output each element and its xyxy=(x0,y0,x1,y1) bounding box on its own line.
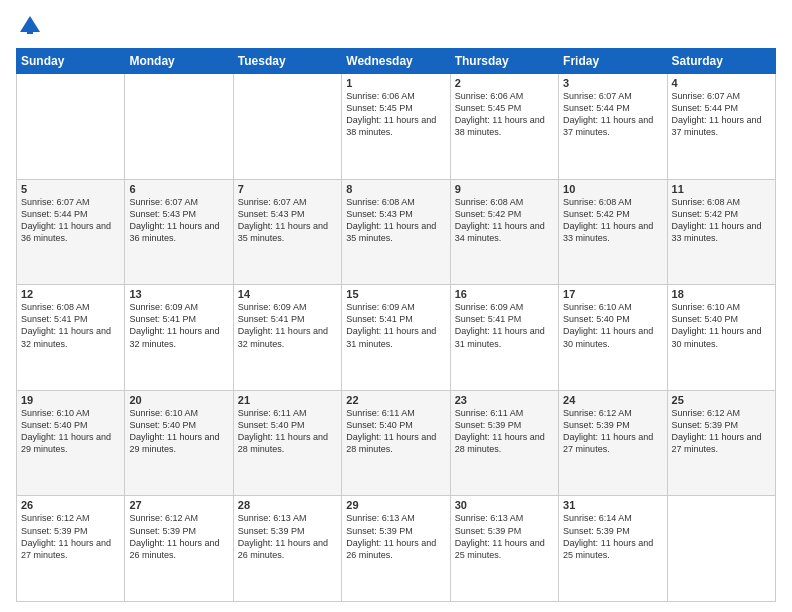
calendar-cell: 28Sunrise: 6:13 AM Sunset: 5:39 PM Dayli… xyxy=(233,496,341,602)
calendar-cell: 24Sunrise: 6:12 AM Sunset: 5:39 PM Dayli… xyxy=(559,390,667,496)
day-number: 23 xyxy=(455,394,554,406)
day-number: 2 xyxy=(455,77,554,89)
calendar-cell: 31Sunrise: 6:14 AM Sunset: 5:39 PM Dayli… xyxy=(559,496,667,602)
weekday-header-monday: Monday xyxy=(125,49,233,74)
calendar-cell: 13Sunrise: 6:09 AM Sunset: 5:41 PM Dayli… xyxy=(125,285,233,391)
day-info: Sunrise: 6:08 AM Sunset: 5:43 PM Dayligh… xyxy=(346,196,445,245)
day-number: 26 xyxy=(21,499,120,511)
calendar-cell: 25Sunrise: 6:12 AM Sunset: 5:39 PM Dayli… xyxy=(667,390,775,496)
svg-rect-1 xyxy=(27,28,33,34)
calendar-cell: 14Sunrise: 6:09 AM Sunset: 5:41 PM Dayli… xyxy=(233,285,341,391)
day-info: Sunrise: 6:07 AM Sunset: 5:44 PM Dayligh… xyxy=(563,90,662,139)
day-number: 25 xyxy=(672,394,771,406)
day-info: Sunrise: 6:13 AM Sunset: 5:39 PM Dayligh… xyxy=(455,512,554,561)
logo-icon xyxy=(16,12,44,40)
day-info: Sunrise: 6:12 AM Sunset: 5:39 PM Dayligh… xyxy=(129,512,228,561)
calendar-cell: 18Sunrise: 6:10 AM Sunset: 5:40 PM Dayli… xyxy=(667,285,775,391)
calendar-cell: 2Sunrise: 6:06 AM Sunset: 5:45 PM Daylig… xyxy=(450,74,558,180)
calendar-cell: 16Sunrise: 6:09 AM Sunset: 5:41 PM Dayli… xyxy=(450,285,558,391)
day-number: 30 xyxy=(455,499,554,511)
day-info: Sunrise: 6:09 AM Sunset: 5:41 PM Dayligh… xyxy=(346,301,445,350)
weekday-header-tuesday: Tuesday xyxy=(233,49,341,74)
day-number: 11 xyxy=(672,183,771,195)
day-info: Sunrise: 6:11 AM Sunset: 5:40 PM Dayligh… xyxy=(238,407,337,456)
day-number: 27 xyxy=(129,499,228,511)
day-number: 14 xyxy=(238,288,337,300)
day-info: Sunrise: 6:13 AM Sunset: 5:39 PM Dayligh… xyxy=(238,512,337,561)
day-number: 3 xyxy=(563,77,662,89)
calendar-cell: 9Sunrise: 6:08 AM Sunset: 5:42 PM Daylig… xyxy=(450,179,558,285)
day-number: 1 xyxy=(346,77,445,89)
week-row-5: 26Sunrise: 6:12 AM Sunset: 5:39 PM Dayli… xyxy=(17,496,776,602)
calendar-cell: 15Sunrise: 6:09 AM Sunset: 5:41 PM Dayli… xyxy=(342,285,450,391)
day-info: Sunrise: 6:11 AM Sunset: 5:39 PM Dayligh… xyxy=(455,407,554,456)
day-number: 20 xyxy=(129,394,228,406)
calendar-cell: 3Sunrise: 6:07 AM Sunset: 5:44 PM Daylig… xyxy=(559,74,667,180)
day-number: 21 xyxy=(238,394,337,406)
day-info: Sunrise: 6:11 AM Sunset: 5:40 PM Dayligh… xyxy=(346,407,445,456)
day-info: Sunrise: 6:08 AM Sunset: 5:41 PM Dayligh… xyxy=(21,301,120,350)
day-number: 31 xyxy=(563,499,662,511)
day-info: Sunrise: 6:08 AM Sunset: 5:42 PM Dayligh… xyxy=(563,196,662,245)
calendar-table: SundayMondayTuesdayWednesdayThursdayFrid… xyxy=(16,48,776,602)
day-info: Sunrise: 6:07 AM Sunset: 5:44 PM Dayligh… xyxy=(672,90,771,139)
page: SundayMondayTuesdayWednesdayThursdayFrid… xyxy=(0,0,792,612)
calendar-cell: 12Sunrise: 6:08 AM Sunset: 5:41 PM Dayli… xyxy=(17,285,125,391)
day-info: Sunrise: 6:09 AM Sunset: 5:41 PM Dayligh… xyxy=(129,301,228,350)
day-info: Sunrise: 6:12 AM Sunset: 5:39 PM Dayligh… xyxy=(672,407,771,456)
calendar-cell xyxy=(667,496,775,602)
day-info: Sunrise: 6:07 AM Sunset: 5:43 PM Dayligh… xyxy=(238,196,337,245)
day-number: 28 xyxy=(238,499,337,511)
calendar-cell: 20Sunrise: 6:10 AM Sunset: 5:40 PM Dayli… xyxy=(125,390,233,496)
day-number: 5 xyxy=(21,183,120,195)
day-info: Sunrise: 6:06 AM Sunset: 5:45 PM Dayligh… xyxy=(346,90,445,139)
weekday-header-row: SundayMondayTuesdayWednesdayThursdayFrid… xyxy=(17,49,776,74)
calendar-cell: 1Sunrise: 6:06 AM Sunset: 5:45 PM Daylig… xyxy=(342,74,450,180)
calendar-cell: 8Sunrise: 6:08 AM Sunset: 5:43 PM Daylig… xyxy=(342,179,450,285)
day-number: 19 xyxy=(21,394,120,406)
day-info: Sunrise: 6:08 AM Sunset: 5:42 PM Dayligh… xyxy=(455,196,554,245)
calendar-cell: 29Sunrise: 6:13 AM Sunset: 5:39 PM Dayli… xyxy=(342,496,450,602)
day-number: 16 xyxy=(455,288,554,300)
calendar-cell: 30Sunrise: 6:13 AM Sunset: 5:39 PM Dayli… xyxy=(450,496,558,602)
week-row-2: 5Sunrise: 6:07 AM Sunset: 5:44 PM Daylig… xyxy=(17,179,776,285)
logo xyxy=(16,12,48,40)
day-info: Sunrise: 6:10 AM Sunset: 5:40 PM Dayligh… xyxy=(21,407,120,456)
calendar-cell: 19Sunrise: 6:10 AM Sunset: 5:40 PM Dayli… xyxy=(17,390,125,496)
calendar-cell xyxy=(17,74,125,180)
calendar-cell: 26Sunrise: 6:12 AM Sunset: 5:39 PM Dayli… xyxy=(17,496,125,602)
day-number: 8 xyxy=(346,183,445,195)
weekday-header-saturday: Saturday xyxy=(667,49,775,74)
day-number: 24 xyxy=(563,394,662,406)
week-row-4: 19Sunrise: 6:10 AM Sunset: 5:40 PM Dayli… xyxy=(17,390,776,496)
weekday-header-sunday: Sunday xyxy=(17,49,125,74)
day-info: Sunrise: 6:14 AM Sunset: 5:39 PM Dayligh… xyxy=(563,512,662,561)
calendar-cell: 7Sunrise: 6:07 AM Sunset: 5:43 PM Daylig… xyxy=(233,179,341,285)
day-number: 29 xyxy=(346,499,445,511)
calendar-cell: 5Sunrise: 6:07 AM Sunset: 5:44 PM Daylig… xyxy=(17,179,125,285)
day-number: 7 xyxy=(238,183,337,195)
day-number: 9 xyxy=(455,183,554,195)
calendar-cell: 10Sunrise: 6:08 AM Sunset: 5:42 PM Dayli… xyxy=(559,179,667,285)
day-info: Sunrise: 6:10 AM Sunset: 5:40 PM Dayligh… xyxy=(129,407,228,456)
day-info: Sunrise: 6:08 AM Sunset: 5:42 PM Dayligh… xyxy=(672,196,771,245)
weekday-header-wednesday: Wednesday xyxy=(342,49,450,74)
day-info: Sunrise: 6:10 AM Sunset: 5:40 PM Dayligh… xyxy=(563,301,662,350)
calendar-cell: 22Sunrise: 6:11 AM Sunset: 5:40 PM Dayli… xyxy=(342,390,450,496)
day-info: Sunrise: 6:09 AM Sunset: 5:41 PM Dayligh… xyxy=(455,301,554,350)
day-number: 13 xyxy=(129,288,228,300)
day-number: 6 xyxy=(129,183,228,195)
weekday-header-thursday: Thursday xyxy=(450,49,558,74)
calendar-cell: 27Sunrise: 6:12 AM Sunset: 5:39 PM Dayli… xyxy=(125,496,233,602)
day-number: 15 xyxy=(346,288,445,300)
calendar-cell: 4Sunrise: 6:07 AM Sunset: 5:44 PM Daylig… xyxy=(667,74,775,180)
day-info: Sunrise: 6:12 AM Sunset: 5:39 PM Dayligh… xyxy=(563,407,662,456)
day-number: 18 xyxy=(672,288,771,300)
day-number: 22 xyxy=(346,394,445,406)
calendar-cell: 6Sunrise: 6:07 AM Sunset: 5:43 PM Daylig… xyxy=(125,179,233,285)
weekday-header-friday: Friday xyxy=(559,49,667,74)
day-info: Sunrise: 6:09 AM Sunset: 5:41 PM Dayligh… xyxy=(238,301,337,350)
calendar-cell xyxy=(233,74,341,180)
day-number: 10 xyxy=(563,183,662,195)
day-number: 12 xyxy=(21,288,120,300)
